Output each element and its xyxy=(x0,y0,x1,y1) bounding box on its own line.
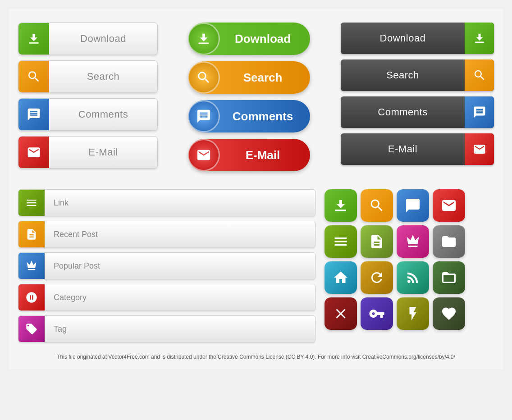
tag-button[interactable]: Tag xyxy=(18,315,315,342)
menu-icon-btn[interactable] xyxy=(325,225,357,258)
download-label-light: Download xyxy=(49,33,157,45)
comments-pill-icon xyxy=(188,100,220,132)
search-label-pill: Search xyxy=(220,71,310,85)
tag-label: Tag xyxy=(45,324,315,334)
search-pill-svg xyxy=(196,70,211,85)
email-pill-svg xyxy=(196,147,211,163)
download-dark-icon xyxy=(473,32,486,45)
comment-dark-icon xyxy=(473,105,486,119)
search-icon-btn[interactable] xyxy=(361,189,393,222)
popular-post-icon-box xyxy=(18,253,45,279)
search-icon xyxy=(27,69,41,84)
download-icon-btn[interactable] xyxy=(325,189,357,222)
link-button[interactable]: Link xyxy=(18,189,315,216)
flash-grid-icon xyxy=(405,306,421,322)
menu-grid-icon xyxy=(333,233,349,250)
menu-icon xyxy=(25,196,38,209)
email-pill-icon xyxy=(188,139,220,171)
tag-icon xyxy=(25,323,38,335)
comments-label-light: Comments xyxy=(49,109,157,120)
search-button-light[interactable]: Search xyxy=(18,60,158,93)
email-grid-icon xyxy=(441,197,457,214)
download-icon xyxy=(27,32,41,46)
flash-icon-btn[interactable] xyxy=(397,297,429,330)
download-label-dark: Download xyxy=(341,32,465,44)
download-button-pill[interactable]: Download xyxy=(188,23,310,55)
search-pill-icon xyxy=(188,61,220,94)
download-pill-svg xyxy=(196,31,211,46)
email-label-pill: E-Mail xyxy=(220,148,310,162)
rss-icon-btn[interactable] xyxy=(397,261,429,294)
category-icon xyxy=(25,291,38,304)
col-dark: Download Search Comments xyxy=(341,23,494,171)
comments-label-pill: Comments xyxy=(220,110,310,123)
comments-button-pill[interactable]: Comments xyxy=(188,100,310,132)
comment-grid-icon xyxy=(405,197,421,214)
search-icon-box xyxy=(18,61,49,92)
search-button-dark[interactable]: Search xyxy=(341,59,494,91)
home-icon-btn[interactable] xyxy=(325,261,357,294)
download-button-dark[interactable]: Download xyxy=(341,23,494,54)
folder-grid-icon xyxy=(441,233,457,250)
recent-post-button[interactable]: Recent Post xyxy=(18,221,315,248)
rss-grid-icon xyxy=(405,269,421,286)
search-grid-icon xyxy=(369,197,385,214)
search-dark-icon xyxy=(473,68,486,82)
folder-icon-btn[interactable] xyxy=(433,225,465,258)
crown-icon-btn[interactable] xyxy=(397,225,429,258)
search-button-pill[interactable]: Search xyxy=(188,61,310,94)
heart-icon-btn[interactable] xyxy=(433,297,465,330)
download-grid-icon xyxy=(333,197,349,214)
footer-text: This file originated at Vector4Free.com … xyxy=(57,354,455,360)
comments-label-dark: Comments xyxy=(341,106,465,118)
close-icon-btn[interactable] xyxy=(325,297,357,330)
col-light: Download Search Comments xyxy=(18,23,158,171)
document-icon xyxy=(25,228,38,241)
link-icon-box xyxy=(18,190,45,216)
comments-dark-icon-box xyxy=(465,96,494,128)
refresh-icon-btn[interactable] xyxy=(361,261,393,294)
open-folder-grid-icon xyxy=(441,269,457,286)
crown-grid-icon xyxy=(405,233,421,250)
heart-grid-icon xyxy=(441,306,457,322)
home-grid-icon xyxy=(333,269,349,286)
email-icon-btn[interactable] xyxy=(433,189,465,222)
email-dark-icon xyxy=(473,142,486,156)
comment-icon xyxy=(27,107,41,122)
comment-icon-btn[interactable] xyxy=(397,189,429,222)
email-button-dark[interactable]: E-Mail xyxy=(341,133,494,165)
comments-button-light[interactable]: Comments xyxy=(18,98,158,131)
comments-button-dark[interactable]: Comments xyxy=(341,96,494,128)
bottom-section: Link Recent Post Popular Post xyxy=(18,189,494,342)
popular-post-button[interactable]: Popular Post xyxy=(18,252,315,279)
email-icon-box xyxy=(18,137,49,168)
top-section: Download Search Comments xyxy=(18,23,494,171)
key-icon-btn[interactable] xyxy=(361,297,393,330)
comments-icon-box xyxy=(18,99,49,130)
document-grid-icon xyxy=(369,233,385,250)
search-dark-icon-box xyxy=(465,59,494,91)
close-grid-icon xyxy=(333,306,349,322)
download-pill-icon xyxy=(188,23,220,55)
email-button-pill[interactable]: E-Mail xyxy=(188,139,310,171)
download-label-pill: Download xyxy=(220,32,310,46)
download-dark-icon-box xyxy=(465,23,494,54)
category-label: Category xyxy=(45,293,315,302)
document-icon-btn[interactable] xyxy=(361,225,393,258)
email-label-dark: E-Mail xyxy=(341,143,465,155)
refresh-grid-icon xyxy=(369,269,385,286)
recent-post-icon-box xyxy=(18,221,45,247)
download-button-light[interactable]: Download xyxy=(18,23,158,55)
category-button[interactable]: Category xyxy=(18,284,315,311)
email-button-light[interactable]: E-Mail xyxy=(18,136,158,169)
col-list: Link Recent Post Popular Post xyxy=(18,189,315,342)
search-label-light: Search xyxy=(49,71,157,82)
email-label-light: E-Mail xyxy=(49,146,157,158)
open-folder-icon-btn[interactable] xyxy=(433,261,465,294)
col-colored: Download Search Comments xyxy=(186,23,312,171)
icon-grid xyxy=(325,189,494,342)
popular-post-label: Popular Post xyxy=(45,261,315,271)
comment-pill-svg xyxy=(196,109,211,124)
key-grid-icon xyxy=(369,306,385,322)
search-label-dark: Search xyxy=(341,69,465,81)
